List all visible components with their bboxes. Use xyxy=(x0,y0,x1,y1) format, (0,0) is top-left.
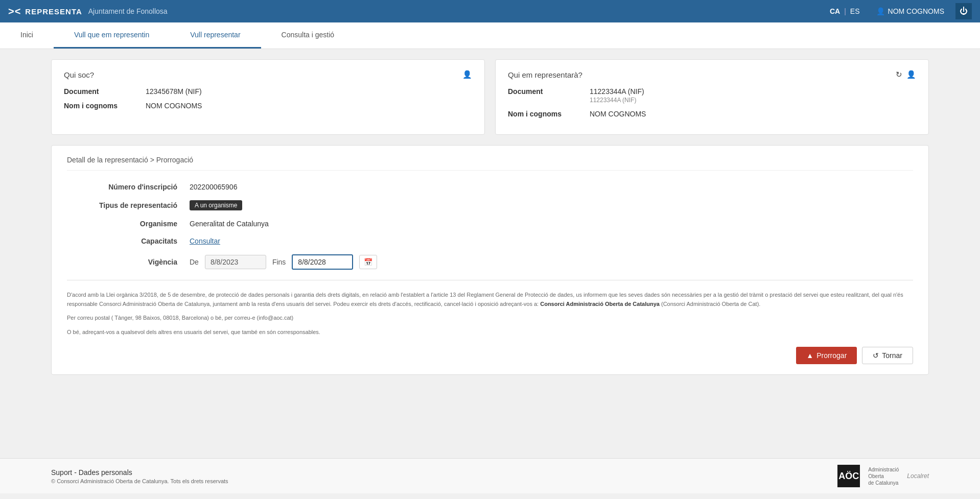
detail-divider xyxy=(67,280,913,280)
card-representara-title: Qui em representarà? xyxy=(508,70,582,79)
row-capacitats: Capacitats Consultar xyxy=(67,237,913,245)
app-logo: >< REPRESENTA xyxy=(8,6,82,17)
vigencia-fins-label: Fins xyxy=(272,258,286,266)
card-qui-soc-header: Qui soc? 👤 xyxy=(64,70,472,79)
dades-link[interactable]: Dades personals xyxy=(79,468,132,477)
field-nom-representara: Nom i cognoms NOM COGNOMS xyxy=(508,110,916,118)
logo-icon: >< xyxy=(8,6,21,17)
row-tipus: Tipus de representació A un organisme xyxy=(67,200,913,210)
suport-link[interactable]: Suport xyxy=(51,468,72,477)
legal-text-3: O bé, adreçant-vos a qualsevol dels altr… xyxy=(67,328,913,337)
app-header: >< REPRESENTA Ajuntament de Fonollosa CA… xyxy=(0,0,980,22)
tornar-icon: ↺ xyxy=(873,351,879,360)
footer-copy: © Consorci Administració Oberta de Catal… xyxy=(51,478,228,484)
field-nom-quisoc: Nom i cognoms NOM COGNOMS xyxy=(64,102,472,110)
lang-divider: | xyxy=(844,7,846,15)
prorrogar-icon: ▲ xyxy=(806,351,813,360)
calendar-icon: 📅 xyxy=(364,258,372,266)
power-icon: ⏻ xyxy=(960,7,968,16)
detail-panel: Detall de la representació > Prorrogació… xyxy=(51,145,929,375)
breadcrumb: Detall de la representació > Prorrogació xyxy=(67,156,913,171)
row-numero: Número d'inscripció 202200065906 xyxy=(67,183,913,191)
nav-consulta-i-gestio[interactable]: Consulta i gestió xyxy=(261,22,355,49)
vigencia-label: Vigència xyxy=(67,258,190,266)
main-content: Qui soc? 👤 Document 12345678M (NIF) Nom … xyxy=(0,49,980,458)
capacitats-label: Capacitats xyxy=(67,237,190,245)
app-name: REPRESENTA xyxy=(25,7,82,16)
lang-es[interactable]: ES xyxy=(850,7,860,15)
nav-vull-representar[interactable]: Vull representar xyxy=(170,22,261,49)
document-value-representara: 11223344A (NIF) xyxy=(590,87,644,96)
tornar-label: Tornar xyxy=(882,351,902,360)
vigencia-de-input[interactable] xyxy=(205,255,266,269)
card-representara-header: Qui em representarà? ↻ 👤 xyxy=(508,70,916,79)
person-icon-representara: 👤 xyxy=(906,70,916,79)
vigencia-fins-input[interactable] xyxy=(292,254,353,270)
nom-value-quisoc: NOM COGNOMS xyxy=(146,102,202,110)
document-label-quisoc: Document xyxy=(64,87,146,96)
nav-inici[interactable]: Inici xyxy=(0,22,54,49)
document-value-quisoc: 12345678M (NIF) xyxy=(146,87,202,96)
footer-links: Suport - Dades personals xyxy=(51,468,228,477)
document-secondary-representara: 11223344A (NIF) xyxy=(590,97,644,104)
user-info: 👤 NOM COGNOMS xyxy=(876,7,944,15)
action-row: ▲ Prorrogar ↺ Tornar xyxy=(67,347,913,364)
page-footer: Suport - Dades personals © Consorci Admi… xyxy=(0,458,980,493)
card-qui-soc-title: Qui soc? xyxy=(64,70,94,79)
logout-button[interactable]: ⏻ xyxy=(955,3,972,19)
cards-row: Qui soc? 👤 Document 12345678M (NIF) Nom … xyxy=(51,59,929,135)
aoc-logo-text: AÖC xyxy=(838,471,859,482)
row-organisme: Organisme Generalitat de Catalunya xyxy=(67,220,913,228)
field-document-representara: Document 11223344A (NIF) 11223344A (NIF) xyxy=(508,87,916,104)
row-vigencia: Vigència De Fins 📅 xyxy=(67,254,913,270)
organisme-label: Organisme xyxy=(67,220,190,228)
document-value-stack: 11223344A (NIF) 11223344A (NIF) xyxy=(590,87,644,104)
nom-label-representara: Nom i cognoms xyxy=(508,110,590,118)
field-document-quisoc: Document 12345678M (NIF) xyxy=(64,87,472,96)
numero-label: Número d'inscripció xyxy=(67,183,190,191)
aoc-logo: AÖC xyxy=(837,465,860,487)
footer-left: Suport - Dades personals © Consorci Admi… xyxy=(51,468,228,484)
card-qui-soc-icons: 👤 xyxy=(462,70,472,79)
footer-logos: AÖC Administració Oberta de Catalunya Lo… xyxy=(837,465,929,487)
card-qui-soc: Qui soc? 👤 Document 12345678M (NIF) Nom … xyxy=(51,59,485,135)
card-representara: Qui em representarà? ↻ 👤 Document 112233… xyxy=(495,59,929,135)
legal-text-2: Per correu postal ( Tànger, 98 Baixos, 0… xyxy=(67,314,913,323)
document-label-representara: Document xyxy=(508,87,590,96)
footer-aoc-text: Administració Oberta de Catalunya xyxy=(868,466,899,486)
vigencia-de-label: De xyxy=(190,258,199,266)
footer-separator: - xyxy=(74,468,79,477)
tornar-button[interactable]: ↺ Tornar xyxy=(862,347,913,364)
main-nav: Inici Vull que em representin Vull repre… xyxy=(0,22,980,49)
card-representara-icons: ↻ 👤 xyxy=(896,70,916,79)
refresh-icon[interactable]: ↻ xyxy=(896,70,902,79)
tipus-label: Tipus de representació xyxy=(67,201,190,209)
user-name: NOM COGNOMS xyxy=(888,7,944,15)
vigencia-inputs: De Fins 📅 xyxy=(190,254,377,270)
calendar-button[interactable]: 📅 xyxy=(359,255,377,269)
language-switcher: CA | ES xyxy=(830,7,860,15)
nom-value-representara: NOM COGNOMS xyxy=(590,110,646,118)
organisme-value: Generalitat de Catalunya xyxy=(190,220,269,228)
legal-text-1: D'acord amb la Llei orgànica 3/2018, de … xyxy=(67,291,913,308)
nav-vull-que-em-representin[interactable]: Vull que em representin xyxy=(54,22,170,49)
person-icon: 👤 xyxy=(876,7,885,15)
lang-ca[interactable]: CA xyxy=(830,7,840,15)
nom-label-quisoc: Nom i cognoms xyxy=(64,102,146,110)
localret-logo: Localret xyxy=(907,472,929,480)
prorrogar-label: Prorrogar xyxy=(816,351,847,360)
tipus-badge: A un organisme xyxy=(190,200,242,210)
org-name: Ajuntament de Fonollosa xyxy=(88,7,168,15)
numero-value: 202200065906 xyxy=(190,183,237,191)
person-icon-quisoc: 👤 xyxy=(462,70,472,79)
prorrogar-button[interactable]: ▲ Prorrogar xyxy=(796,347,857,364)
capacitats-link[interactable]: Consultar xyxy=(190,237,220,245)
